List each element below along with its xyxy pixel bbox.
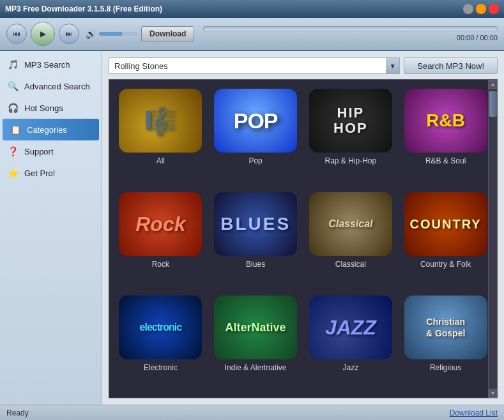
- category-label-country: Country & Folk: [420, 260, 471, 269]
- category-thumb-rap: HIPHOP: [309, 89, 392, 153]
- sidebar-item-advanced-search[interactable]: 🔍 Advanced Search: [0, 75, 102, 97]
- sidebar-label-get-pro: Get Pro!: [24, 169, 55, 178]
- category-thumb-all: 🎼: [119, 89, 202, 153]
- category-item-pop[interactable]: POP Pop: [211, 86, 301, 184]
- volume-control: 🔊: [86, 29, 137, 39]
- category-thumb-pop: POP: [214, 89, 297, 153]
- category-label-rnb: R&B & Soul: [425, 156, 466, 165]
- scroll-up-button[interactable]: ▲: [489, 80, 498, 89]
- search-input-wrap: ▼: [109, 57, 400, 74]
- sidebar-item-categories[interactable]: 📋 Categories: [3, 119, 99, 140]
- category-item-rnb[interactable]: R&B R&B & Soul: [401, 86, 491, 184]
- category-label-rap: Rap & Hip-Hop: [325, 156, 377, 165]
- category-thumb-rock: Rock: [119, 192, 202, 256]
- window-controls: [463, 4, 499, 14]
- category-item-rock[interactable]: Rock Rock: [116, 190, 206, 288]
- category-thumb-text-classical: Classical: [328, 218, 372, 230]
- download-button[interactable]: Download: [141, 26, 194, 41]
- category-thumb-electronic: electronic: [119, 296, 202, 359]
- app-title: MP3 Free Downloader 3.1.5.8 (Free Editio…: [5, 4, 162, 13]
- mp3-search-icon: 🎵: [6, 58, 19, 71]
- category-label-blues: Blues: [246, 260, 265, 269]
- support-icon: ❓: [6, 145, 19, 158]
- sidebar: 🎵 MP3 Search 🔍 Advanced Search 🎧 Hot Son…: [0, 51, 102, 405]
- category-thumb-text-jazz: JAZZ: [325, 316, 376, 340]
- category-label-electronic: Electronic: [144, 363, 178, 372]
- category-thumb-text-rock: Rock: [135, 213, 185, 236]
- status-text: Ready: [6, 409, 29, 417]
- categories-icon: 📋: [9, 123, 22, 136]
- progress-track[interactable]: [203, 26, 498, 31]
- download-list-link[interactable]: Download List: [450, 409, 498, 417]
- category-item-electronic[interactable]: electronic Electronic: [116, 293, 206, 391]
- category-thumb-jazz: JAZZ: [309, 296, 392, 359]
- sidebar-label-support: Support: [24, 147, 54, 156]
- category-thumb-blues: BLUES: [214, 192, 297, 256]
- search-input[interactable]: [109, 57, 400, 74]
- category-thumb-text-pop: POP: [234, 109, 278, 133]
- sidebar-item-get-pro[interactable]: ⭐ Get Pro!: [0, 162, 102, 184]
- search-bar: ▼ Search MP3 Now!: [109, 57, 498, 74]
- maximize-button[interactable]: [476, 4, 486, 14]
- category-label-indie: Indie & Alertnative: [225, 363, 287, 372]
- close-button[interactable]: [489, 4, 499, 14]
- category-item-religious[interactable]: Christian& Gospel Religious: [401, 293, 491, 391]
- sidebar-label-categories: Categories: [27, 125, 67, 135]
- category-label-classical: Classical: [335, 260, 366, 269]
- category-item-rap[interactable]: HIPHOP Rap & Hip-Hop: [306, 86, 396, 184]
- scroll-thumb[interactable]: [489, 91, 497, 117]
- category-label-jazz: Jazz: [343, 363, 359, 372]
- sidebar-label-mp3-search: MP3 Search: [24, 60, 70, 70]
- category-item-blues[interactable]: BLUES Blues: [211, 190, 301, 288]
- scroll-down-button[interactable]: ▼: [489, 389, 498, 398]
- category-thumb-text-blues: BLUES: [220, 214, 291, 234]
- time-display: 00:00 / 00:00: [203, 34, 498, 41]
- progress-area: 00:00 / 00:00: [203, 26, 498, 41]
- title-bar: MP3 Free Downloader 3.1.5.8 (Free Editio…: [0, 0, 504, 18]
- prev-button[interactable]: ⏮: [6, 24, 27, 44]
- categories-grid: 🎼 All POP Pop HIPHOP Rap & Hip-Hop R&B R…: [109, 80, 497, 398]
- categories-container: 🎼 All POP Pop HIPHOP Rap & Hip-Hop R&B R…: [109, 79, 498, 398]
- category-thumb-text-rnb: R&B: [426, 110, 465, 131]
- category-label-rock: Rock: [152, 260, 169, 269]
- category-label-pop: Pop: [248, 156, 262, 165]
- category-thumb-text-country: COUNTRY: [410, 217, 482, 232]
- minimize-button[interactable]: [463, 4, 473, 14]
- main-container: 🎵 MP3 Search 🔍 Advanced Search 🎧 Hot Son…: [0, 51, 504, 405]
- category-thumb-text-indie: AlterNative: [225, 321, 286, 334]
- volume-icon: 🔊: [86, 29, 96, 39]
- category-item-jazz[interactable]: JAZZ Jazz: [306, 293, 396, 391]
- category-label-all: All: [157, 156, 165, 165]
- status-bar: Ready Download List: [0, 405, 504, 420]
- play-button[interactable]: ▶: [31, 22, 55, 46]
- category-thumb-indie: AlterNative: [214, 296, 297, 359]
- player-bar: ⏮ ▶ ⏭ 🔊 Download 00:00 / 00:00: [0, 18, 504, 51]
- category-item-country[interactable]: COUNTRY Country & Folk: [401, 190, 491, 288]
- scrollbar: ▲ ▼: [488, 80, 497, 398]
- sidebar-label-advanced-search: Advanced Search: [24, 82, 90, 91]
- search-dropdown-button[interactable]: ▼: [386, 57, 400, 74]
- category-thumb-rnb: R&B: [404, 89, 487, 153]
- category-thumb-text-all: 🎼: [144, 106, 176, 136]
- sidebar-item-hot-songs[interactable]: 🎧 Hot Songs: [0, 97, 102, 119]
- category-thumb-text-electronic: electronic: [140, 322, 182, 333]
- category-item-classical[interactable]: Classical Classical: [306, 190, 396, 288]
- sidebar-label-hot-songs: Hot Songs: [24, 103, 63, 113]
- sidebar-item-support[interactable]: ❓ Support: [0, 140, 102, 162]
- category-item-indie[interactable]: AlterNative Indie & Alertnative: [211, 293, 301, 391]
- next-button[interactable]: ⏭: [59, 24, 79, 44]
- content-area: ▼ Search MP3 Now! 🎼 All POP Pop HIPHOP R…: [102, 51, 504, 405]
- advanced-search-icon: 🔍: [6, 80, 19, 93]
- get-pro-icon: ⭐: [6, 167, 19, 179]
- category-thumb-text-rap: HIPHOP: [333, 105, 368, 136]
- hot-songs-icon: 🎧: [6, 101, 19, 114]
- category-item-all[interactable]: 🎼 All: [116, 86, 206, 184]
- category-thumb-country: COUNTRY: [404, 192, 487, 256]
- category-label-religious: Religious: [430, 363, 461, 372]
- search-now-button[interactable]: Search MP3 Now!: [404, 57, 498, 74]
- sidebar-item-mp3-search[interactable]: 🎵 MP3 Search: [0, 54, 102, 75]
- category-thumb-religious: Christian& Gospel: [404, 296, 487, 359]
- category-thumb-classical: Classical: [309, 192, 392, 256]
- category-thumb-text-religious: Christian& Gospel: [426, 316, 465, 339]
- volume-slider[interactable]: [99, 32, 137, 36]
